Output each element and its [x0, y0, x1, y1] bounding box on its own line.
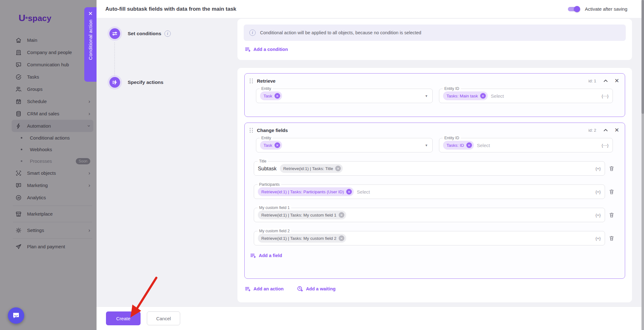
- delete-field-icon[interactable]: [608, 234, 615, 242]
- dropdown-caret-icon[interactable]: ▼: [425, 94, 428, 98]
- entity-id-select[interactable]: Entity ID Tasks: ID ✕ Select {⋯}: [439, 138, 613, 152]
- entity-select[interactable]: Entity Task ✕ ▼: [256, 89, 433, 103]
- insert-variable-icon[interactable]: {+}: [596, 236, 601, 241]
- remove-chip-icon[interactable]: ✕: [466, 142, 472, 148]
- field-input[interactable]: Participants Retrieve(id:1) | Tasks: Par…: [254, 184, 605, 199]
- field-row-title: Title Subtask Retrieve(id:1) | Tasks: Ti…: [254, 161, 620, 176]
- cancel-button[interactable]: Cancel: [147, 311, 180, 325]
- dropdown-caret-icon[interactable]: ▼: [425, 144, 428, 147]
- remove-chip-icon[interactable]: ✕: [339, 212, 344, 218]
- remove-chip-icon[interactable]: ✕: [346, 189, 352, 195]
- expression-icon[interactable]: {⋯}: [602, 94, 608, 98]
- playlist-add-icon: [250, 252, 256, 259]
- select-placeholder: Select: [491, 93, 504, 99]
- field-row-participants: Participants Retrieve(id:1) | Tasks: Par…: [254, 184, 620, 199]
- select-placeholder: Select: [477, 143, 490, 148]
- remove-chip-icon[interactable]: ✕: [339, 235, 344, 241]
- card-title: Retrieve: [257, 78, 275, 84]
- create-button[interactable]: Create: [106, 311, 141, 325]
- entity-id-chip: Tasks: Main task ✕: [443, 91, 488, 100]
- step-connector: [114, 42, 115, 75]
- variable-chip: Retrieve(id:1) | Tasks: Title ✕: [280, 164, 343, 173]
- screen: U spacy Main Company and people Communic…: [0, 0, 644, 330]
- variable-chip: Retrieve(id:1) | Tasks: My custom field …: [258, 234, 346, 243]
- expression-icon[interactable]: {⋯}: [602, 143, 608, 148]
- entity-row: Entity Task ✕ ▼ Entity ID Tasks: Main ta…: [256, 89, 620, 103]
- insert-variable-icon[interactable]: {+}: [596, 190, 601, 194]
- activate-toggle[interactable]: [568, 7, 579, 11]
- variable-chip: Retrieve(id:1) | Tasks: Participants (Us…: [258, 187, 354, 196]
- entity-id-select[interactable]: Entity ID Tasks: Main task ✕ Select {⋯}: [439, 89, 613, 103]
- actions-panel: Retrieve id: 1 ✕ Entity Task ✕ ▼: [237, 68, 632, 302]
- insert-variable-icon[interactable]: {+}: [596, 166, 601, 171]
- step-specify-actions: Specify actions: [109, 77, 164, 88]
- field-value-text: Subtask: [258, 166, 277, 172]
- card-title: Change fields: [257, 128, 288, 133]
- remove-card-icon[interactable]: ✕: [614, 126, 620, 134]
- modal-footer: Create Cancel: [97, 306, 641, 330]
- insert-variable-icon[interactable]: {+}: [596, 213, 601, 217]
- field-input[interactable]: My custom field 2 Retrieve(id:1) | Tasks…: [254, 231, 605, 245]
- field-row-my-custom-field-2: My custom field 2 Retrieve(id:1) | Tasks…: [254, 231, 620, 245]
- card-header: Change fields id: 2 ✕: [250, 123, 620, 137]
- select-placeholder: Select: [357, 189, 370, 195]
- field-input[interactable]: Title Subtask Retrieve(id:1) | Tasks: Ti…: [254, 161, 605, 176]
- actions-links-row: Add an action Add a waiting: [244, 286, 625, 292]
- variable-chip: Retrieve(id:1) | Tasks: My custom field …: [258, 211, 346, 219]
- browser-scrollbar: [641, 0, 644, 330]
- remove-card-icon[interactable]: ✕: [614, 77, 620, 85]
- conditional-action-modal: Auto-fill subtask fields with data from …: [97, 0, 641, 330]
- entity-id-chip: Tasks: ID ✕: [443, 141, 474, 150]
- entity-select[interactable]: Entity Task ✕ ▼: [256, 138, 433, 152]
- delete-field-icon[interactable]: [608, 165, 615, 172]
- conditional-action-tab[interactable]: ✕ Conditional action: [84, 7, 97, 82]
- card-id-badge: id: 2: [588, 128, 596, 133]
- modal-title: Auto-fill subtask fields with data from …: [105, 6, 236, 12]
- collapse-card-icon[interactable]: [602, 127, 609, 133]
- card-id-badge: id: 1: [588, 79, 596, 83]
- action-card-change-fields: Change fields id: 2 ✕ Entity Task ✕ ▼: [244, 123, 625, 279]
- remove-chip-icon[interactable]: ✕: [275, 93, 280, 99]
- info-icon[interactable]: i: [164, 30, 171, 37]
- field-rows: Title Subtask Retrieve(id:1) | Tasks: Ti…: [250, 161, 620, 245]
- field-input[interactable]: My custom field 1 Retrieve(id:1) | Tasks…: [254, 208, 605, 222]
- no-condition-banner: i Conditional action will be applied to …: [244, 25, 626, 41]
- delete-field-icon[interactable]: [608, 211, 615, 219]
- activate-toggle-label: Activate after saving: [585, 6, 627, 12]
- conditions-step-icon: [109, 28, 120, 39]
- conditions-panel: i Conditional action will be applied to …: [237, 19, 632, 60]
- drag-handle[interactable]: [250, 128, 253, 133]
- card-header: Retrieve id: 1 ✕: [250, 74, 620, 88]
- chat-widget-button[interactable]: [8, 307, 24, 324]
- close-drawer-icon[interactable]: ✕: [88, 11, 92, 16]
- remove-chip-icon[interactable]: ✕: [335, 166, 341, 171]
- activate-toggle-group: Activate after saving: [568, 0, 627, 18]
- drawer-tab-label: Conditional action: [88, 19, 93, 60]
- drag-handle[interactable]: [250, 79, 253, 83]
- entity-row: Entity Task ✕ ▼ Entity ID Tasks: ID ✕: [256, 138, 620, 152]
- add-waiting-button[interactable]: Add a waiting: [297, 286, 336, 292]
- step-label: Set conditions: [128, 31, 161, 36]
- playlist-add-icon: [244, 46, 251, 52]
- add-condition-button[interactable]: Add a condition: [244, 46, 288, 52]
- modal-header: Auto-fill subtask fields with data from …: [97, 0, 641, 18]
- collapse-card-icon[interactable]: [602, 78, 609, 84]
- remove-chip-icon[interactable]: ✕: [275, 142, 280, 148]
- clock-add-icon: [297, 286, 303, 292]
- scrollbar-thumb[interactable]: [641, 0, 644, 114]
- add-action-button[interactable]: Add an action: [244, 286, 284, 292]
- banner-text: Conditional action will be applied to al…: [260, 30, 421, 35]
- delete-field-icon[interactable]: [608, 188, 615, 195]
- add-field-button[interactable]: Add a field: [250, 252, 282, 259]
- steps-column: Set conditions i Specify actions: [97, 18, 237, 306]
- step-set-conditions: Set conditions i: [109, 28, 171, 39]
- chat-bubble-icon: [12, 311, 20, 320]
- info-icon: i: [249, 30, 256, 36]
- modal-backdrop: [0, 0, 97, 330]
- remove-chip-icon[interactable]: ✕: [480, 93, 486, 99]
- entity-chip: Task ✕: [260, 91, 282, 100]
- actions-step-icon: [109, 77, 120, 88]
- playlist-add-icon: [244, 286, 251, 292]
- action-card-retrieve: Retrieve id: 1 ✕ Entity Task ✕ ▼: [244, 73, 625, 117]
- step-label: Specify actions: [128, 80, 164, 85]
